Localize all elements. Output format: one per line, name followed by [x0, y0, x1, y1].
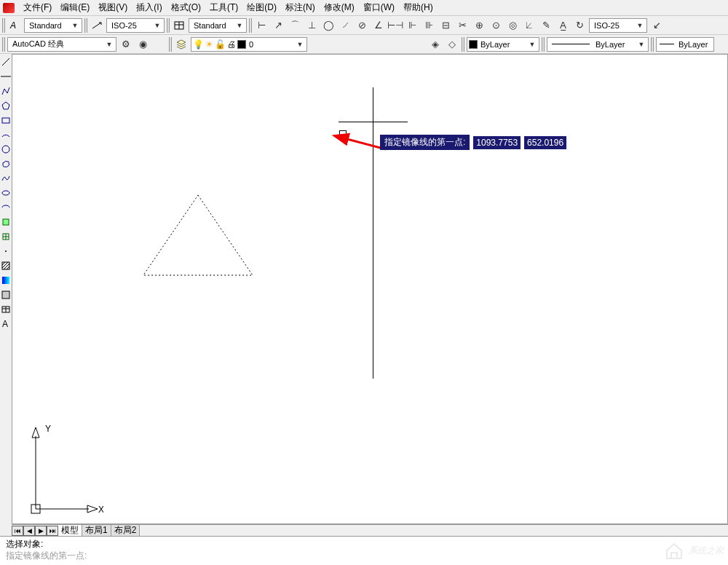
- tab-prev-icon[interactable]: ◀: [23, 526, 35, 536]
- menu-insert[interactable]: 插入(I): [136, 1, 162, 14]
- dim-style-value: ISO-25: [108, 21, 152, 30]
- toolbar-handle[interactable]: [651, 37, 654, 52]
- dim-style-manager-icon[interactable]: ↙: [649, 18, 664, 33]
- dim-tedit-icon[interactable]: A̲: [555, 18, 570, 33]
- app-icon: [3, 3, 15, 13]
- dim-inspect-icon[interactable]: ◎: [505, 18, 520, 33]
- dim-break-icon[interactable]: ✂: [455, 18, 470, 33]
- table-style-icon[interactable]: [172, 18, 186, 33]
- dim-angular-icon[interactable]: ∠: [371, 18, 386, 33]
- toolbar-workspace: AutoCAD 经典 ▼ ⚙ ◉ 💡 ☀ 🔓 🖨 0 ▼ ◈ ◇ ByLayer…: [0, 35, 728, 54]
- toolbar-handle[interactable]: [249, 18, 252, 33]
- svg-text:A: A: [2, 319, 8, 329]
- dim-linear-icon[interactable]: ⊢: [254, 18, 269, 33]
- polygon-tool-icon[interactable]: [1, 100, 11, 111]
- dim-jogged-icon[interactable]: ⟋: [338, 18, 352, 33]
- color-swatch: [469, 40, 478, 49]
- my-workspace-icon[interactable]: ◉: [135, 37, 150, 52]
- table-style-value: Standard: [191, 21, 234, 30]
- tab-last-icon[interactable]: ⏭: [47, 526, 58, 536]
- dim-radius-icon[interactable]: ◯: [321, 18, 336, 33]
- linetype-preview: [552, 44, 590, 44]
- dim-jogged-linear-icon[interactable]: ⟀: [522, 18, 537, 33]
- dim-arc-icon[interactable]: ⌒: [288, 18, 302, 33]
- menu-file[interactable]: 文件(F): [23, 1, 52, 14]
- table-style-dropdown[interactable]: Standard ▼: [189, 18, 247, 33]
- menu-draw[interactable]: 绘图(D): [247, 1, 277, 14]
- tab-next-icon[interactable]: ▶: [35, 526, 47, 536]
- pline-tool-icon[interactable]: [1, 86, 11, 96]
- chevron-down-icon: ▼: [234, 22, 245, 29]
- toolbar-handle[interactable]: [167, 18, 170, 33]
- line-tool-icon[interactable]: [1, 57, 11, 67]
- dim-tolerance-icon[interactable]: ⊕: [472, 18, 486, 33]
- lineweight-value: ByLayer: [676, 40, 712, 49]
- rectangle-tool-icon[interactable]: [1, 115, 11, 125]
- ellipse-arc-tool-icon[interactable]: [1, 202, 11, 213]
- dim-continue-icon[interactable]: ⊪: [422, 18, 436, 33]
- region-tool-icon[interactable]: [1, 290, 11, 300]
- tab-model[interactable]: 模型: [58, 525, 82, 537]
- make-block-tool-icon[interactable]: [1, 232, 11, 242]
- workspace-settings-icon[interactable]: ⚙: [119, 37, 133, 52]
- hatch-tool-icon[interactable]: [1, 261, 11, 271]
- insert-block-tool-icon[interactable]: [1, 217, 11, 227]
- workspace-dropdown[interactable]: AutoCAD 经典 ▼: [7, 37, 116, 52]
- dim-diameter-icon[interactable]: ⊘: [355, 18, 369, 33]
- point-tool-icon[interactable]: [1, 246, 11, 256]
- menu-tools[interactable]: 工具(T): [210, 1, 238, 14]
- menu-modify[interactable]: 修改(M): [324, 1, 355, 14]
- dim-quick-icon[interactable]: ⊢⊣: [388, 18, 403, 33]
- table-tool-icon[interactable]: [1, 304, 11, 315]
- circle-tool-icon[interactable]: [1, 144, 11, 154]
- lineweight-dropdown[interactable]: ByLayer: [656, 37, 714, 52]
- dim-update-icon[interactable]: ↻: [572, 18, 587, 33]
- menu-view[interactable]: 视图(V): [98, 1, 127, 14]
- layer-manager-icon[interactable]: [174, 37, 189, 52]
- tab-layout2[interactable]: 布局2: [111, 525, 141, 537]
- menu-dimension[interactable]: 标注(N): [285, 1, 315, 14]
- toolbar-handle[interactable]: [462, 37, 464, 52]
- toolbar-handle[interactable]: [542, 37, 545, 52]
- layer-states-icon[interactable]: ◇: [445, 37, 459, 52]
- dim-edit-icon[interactable]: ✎: [539, 18, 553, 33]
- menu-help[interactable]: 帮助(H): [403, 1, 433, 14]
- toolbar-handle[interactable]: [2, 18, 5, 33]
- dim-ordinate-icon[interactable]: ⊥: [304, 18, 319, 33]
- linetype-dropdown[interactable]: ByLayer ▼: [547, 37, 649, 52]
- menu-window[interactable]: 窗口(W): [363, 1, 395, 14]
- dim-style-icon[interactable]: [90, 18, 104, 33]
- dim-aligned-icon[interactable]: ↗: [271, 18, 285, 33]
- gradient-tool-icon[interactable]: [1, 275, 11, 285]
- tooltip-prompt: 指定镜像线的第一点:: [380, 135, 470, 150]
- spline-tool-icon[interactable]: [1, 173, 11, 183]
- dim-center-icon[interactable]: ⊙: [488, 18, 503, 33]
- dim-space-icon[interactable]: ⊟: [438, 18, 453, 33]
- text-style-dropdown[interactable]: Standard ▼: [24, 18, 82, 33]
- tab-first-icon[interactable]: ⏮: [12, 526, 23, 536]
- arc-tool-icon[interactable]: [1, 130, 11, 140]
- toolbar-styles: A Standard ▼ ISO-25 ▼ Standard ▼ ⊢ ↗ ⌒ ⊥…: [0, 16, 728, 35]
- command-line[interactable]: 选择对象: 指定镜像线的第一点:: [0, 536, 728, 565]
- tab-layout1[interactable]: 布局1: [82, 525, 111, 537]
- toolbar-handle[interactable]: [84, 18, 87, 33]
- svg-marker-31: [87, 505, 98, 513]
- menu-format[interactable]: 格式(O): [171, 1, 201, 14]
- revcloud-tool-icon[interactable]: [1, 159, 11, 169]
- menu-edit[interactable]: 编辑(E): [60, 1, 90, 14]
- text-style-icon[interactable]: A: [7, 18, 22, 33]
- layer-previous-icon[interactable]: ◈: [428, 37, 443, 52]
- dim-style-dropdown[interactable]: ISO-25 ▼: [106, 18, 165, 33]
- toolbar-handle[interactable]: [2, 37, 5, 52]
- tooltip-coord-x[interactable]: 1093.7753: [472, 135, 521, 150]
- mtext-tool-icon[interactable]: A: [1, 319, 11, 329]
- svg-rect-15: [2, 262, 9, 269]
- drawing-canvas[interactable]: 指定镜像线的第一点: 1093.7753 652.0196 Y X: [12, 54, 728, 524]
- toolbar-handle[interactable]: [169, 37, 172, 52]
- xline-tool-icon[interactable]: [1, 71, 11, 82]
- ellipse-tool-icon[interactable]: [1, 188, 11, 198]
- dim-baseline-icon[interactable]: ⊩: [405, 18, 419, 33]
- color-dropdown[interactable]: ByLayer ▼: [467, 37, 539, 52]
- dim-style2-dropdown[interactable]: ISO-25 ▼: [589, 18, 647, 33]
- layer-dropdown[interactable]: 💡 ☀ 🔓 🖨 0 ▼: [191, 37, 307, 52]
